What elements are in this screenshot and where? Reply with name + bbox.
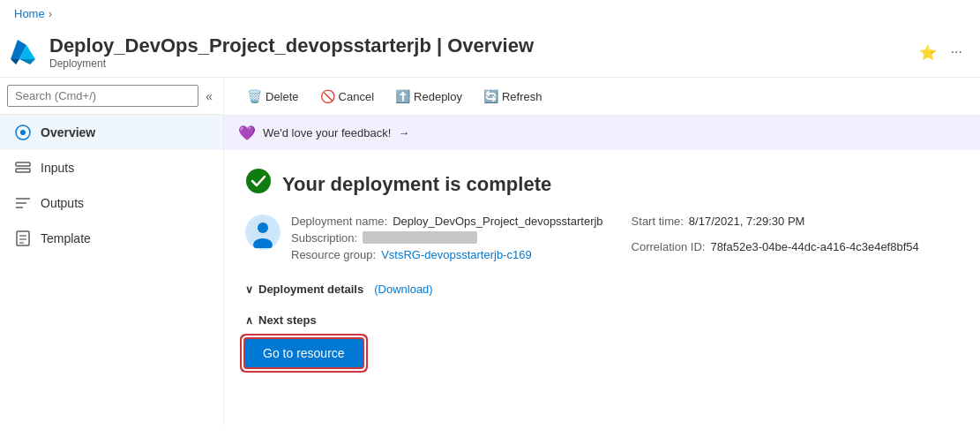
download-link[interactable]: (Download) xyxy=(374,283,432,296)
search-input[interactable] xyxy=(7,85,198,107)
content-area: 🗑️ Delete 🚫 Cancel ⬆️ Redeploy 🔄 Refresh… xyxy=(224,78,980,426)
subscription-label: Subscription: xyxy=(291,231,357,245)
sidebar-search-container: « xyxy=(0,78,223,115)
info-grid: Deployment name: Deploy_DevOps_Project_d… xyxy=(291,215,603,261)
outputs-icon xyxy=(14,194,32,212)
feedback-icon: 💜 xyxy=(238,124,256,141)
delete-label: Delete xyxy=(266,90,299,103)
svg-rect-11 xyxy=(17,231,29,245)
sidebar-item-overview-label: Overview xyxy=(41,125,95,140)
delete-button[interactable]: 🗑️ Delete xyxy=(238,85,308,108)
feedback-text: We'd love your feedback! xyxy=(263,126,391,140)
deployment-name-value: Deploy_DevOps_Project_devopsstarterjb xyxy=(393,215,602,228)
svg-marker-2 xyxy=(11,59,19,64)
deployment-name-row: Deployment name: Deploy_DevOps_Project_d… xyxy=(291,215,603,228)
feedback-banner[interactable]: 💜 We'd love your feedback! → xyxy=(224,116,980,150)
pin-button[interactable]: ⭐ xyxy=(916,41,940,64)
details-chevron-icon: ∨ xyxy=(245,283,253,296)
app-icon xyxy=(7,36,39,68)
sidebar-item-inputs[interactable]: Inputs xyxy=(0,150,223,185)
redeploy-label: Redeploy xyxy=(414,90,462,103)
cancel-icon: 🚫 xyxy=(320,89,335,103)
status-header: Your deployment is complete xyxy=(245,168,959,200)
correlation-row: Correlation ID: 78fa52e3-04be-44dc-a416-… xyxy=(632,240,919,262)
next-steps-label: Next steps xyxy=(258,313,317,327)
refresh-button[interactable]: 🔄 Refresh xyxy=(475,85,551,108)
svg-marker-3 xyxy=(19,59,35,64)
info-right: Start time: 8/17/2021, 7:29:30 PM Correl… xyxy=(632,215,919,261)
start-time-row: Start time: 8/17/2021, 7:29:30 PM xyxy=(632,215,919,237)
svg-point-17 xyxy=(258,222,268,233)
correlation-label: Correlation ID: xyxy=(632,240,706,262)
feedback-arrow: → xyxy=(398,126,409,140)
next-steps-header[interactable]: ∧ Next steps xyxy=(245,310,959,330)
sidebar: « Overview Inputs xyxy=(0,78,224,426)
svg-rect-6 xyxy=(16,162,30,166)
breadcrumb: Home › xyxy=(0,0,980,27)
subscription-value-masked xyxy=(363,231,477,244)
overview-icon xyxy=(14,124,32,141)
subscription-row: Subscription: xyxy=(291,231,603,245)
svg-point-5 xyxy=(20,130,26,135)
inputs-icon xyxy=(14,159,32,177)
sidebar-item-outputs[interactable]: Outputs xyxy=(0,185,223,221)
status-icon xyxy=(245,168,272,200)
deployment-details-header[interactable]: ∨ Deployment details (Download) xyxy=(245,279,959,299)
cancel-label: Cancel xyxy=(339,90,374,103)
template-icon xyxy=(14,230,32,247)
refresh-icon: 🔄 xyxy=(483,89,498,103)
start-time-label: Start time: xyxy=(632,215,684,237)
sidebar-item-outputs-label: Outputs xyxy=(41,196,84,210)
start-time-value: 8/17/2021, 7:29:30 PM xyxy=(689,215,805,237)
breadcrumb-separator: › xyxy=(49,7,52,20)
sidebar-item-overview[interactable]: Overview xyxy=(0,115,223,150)
info-left: Deployment name: Deploy_DevOps_Project_d… xyxy=(245,215,603,261)
redeploy-icon: ⬆️ xyxy=(395,89,410,103)
toolbar: 🗑️ Delete 🚫 Cancel ⬆️ Redeploy 🔄 Refresh xyxy=(224,78,980,116)
go-to-resource-wrap: Go to resource xyxy=(245,339,959,367)
header-text: Deploy_DevOps_Project_devopsstarterjb | … xyxy=(49,34,916,70)
collapse-button[interactable]: « xyxy=(202,87,216,105)
sidebar-item-inputs-label: Inputs xyxy=(41,161,74,175)
correlation-value: 78fa52e3-04be-44dc-a416-4c3e4ef8bf54 xyxy=(710,240,918,262)
redeploy-button[interactable]: ⬆️ Redeploy xyxy=(386,85,471,108)
page-subtitle: Deployment xyxy=(49,57,916,70)
delete-icon: 🗑️ xyxy=(247,89,262,103)
deployment-name-label: Deployment name: xyxy=(291,215,387,228)
next-steps-section: ∧ Next steps Go to resource xyxy=(245,310,959,367)
header-actions: ⭐ ··· xyxy=(916,41,966,64)
breadcrumb-home[interactable]: Home xyxy=(14,7,45,20)
resource-group-link[interactable]: VstsRG-devopsstarterjb-c169 xyxy=(381,248,532,261)
sidebar-item-template-label: Template xyxy=(41,231,91,245)
go-to-resource-button[interactable]: Go to resource xyxy=(245,339,363,367)
next-steps-chevron-icon: ∧ xyxy=(245,314,253,327)
status-title: Your deployment is complete xyxy=(282,173,551,196)
svg-rect-7 xyxy=(16,169,30,172)
more-button[interactable]: ··· xyxy=(947,41,966,64)
deployment-status: Your deployment is complete xyxy=(224,150,980,396)
page-header: Deploy_DevOps_Project_devopsstarterjb | … xyxy=(0,27,980,78)
sidebar-item-template[interactable]: Template xyxy=(0,221,223,256)
page-title: Deploy_DevOps_Project_devopsstarterjb | … xyxy=(49,34,916,57)
deployment-details-section: ∨ Deployment details (Download) xyxy=(245,279,959,299)
deployment-details-label: Deployment details xyxy=(258,283,363,296)
resource-group-row: Resource group: VstsRG-devopsstarterjb-c… xyxy=(291,248,603,261)
main-layout: « Overview Inputs xyxy=(0,78,980,426)
svg-point-15 xyxy=(246,169,271,193)
resource-group-label: Resource group: xyxy=(291,248,376,261)
cancel-button[interactable]: 🚫 Cancel xyxy=(311,85,383,108)
deployment-avatar xyxy=(245,215,281,250)
refresh-label: Refresh xyxy=(502,90,542,103)
deployment-info: Deployment name: Deploy_DevOps_Project_d… xyxy=(245,215,959,261)
